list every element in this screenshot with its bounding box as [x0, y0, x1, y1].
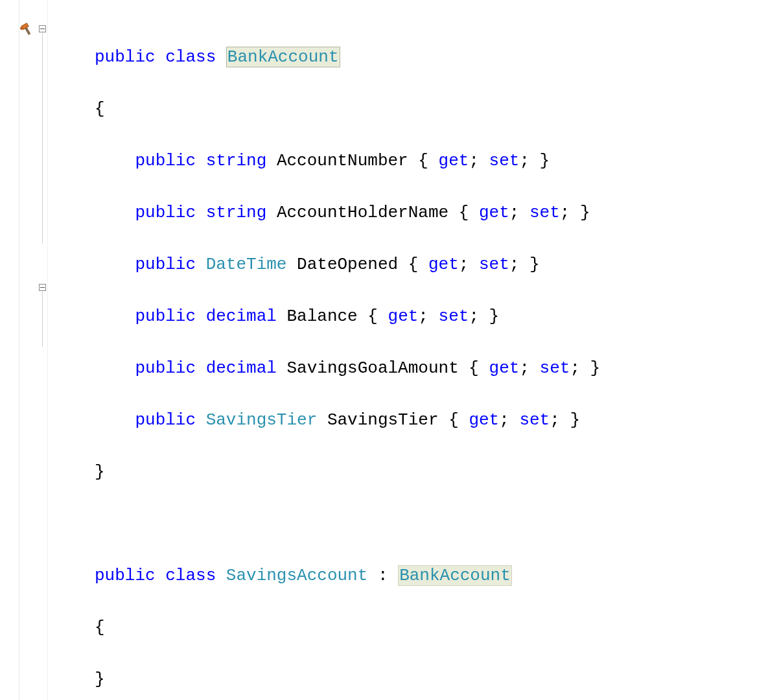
keyword: set — [479, 255, 509, 274]
fold-toggle-icon[interactable] — [39, 284, 46, 291]
left-margin — [0, 0, 19, 700]
keyword: get — [479, 203, 509, 222]
code-line[interactable]: } — [95, 666, 779, 692]
code-line[interactable]: { — [95, 614, 779, 640]
identifier: Balance — [286, 307, 357, 326]
keyword: public — [135, 255, 196, 274]
identifier: AccountHolderName — [277, 203, 448, 222]
type-name: DateTime — [206, 255, 287, 274]
code-line[interactable]: public string AccountHolderName { get; s… — [95, 200, 779, 226]
code-line[interactable]: } — [95, 459, 779, 485]
keyword: set — [529, 203, 560, 222]
keyword: get — [489, 358, 520, 378]
identifier: DateOpened — [297, 255, 398, 274]
keyword: set — [540, 358, 570, 378]
type-name: SavingsTier — [206, 410, 318, 430]
code-line[interactable]: public class SavingsAccount : BankAccoun… — [95, 563, 779, 589]
keyword: get — [428, 255, 459, 274]
code-line[interactable]: public decimal SavingsGoalAmount { get; … — [95, 355, 779, 381]
keyword: set — [519, 410, 550, 430]
code-line[interactable]: public string AccountNumber { get; set; … — [95, 148, 779, 174]
class-name-highlighted: BankAccount — [226, 47, 340, 67]
brace: { — [95, 618, 105, 637]
keyword: public — [95, 566, 156, 585]
icon-gutter — [19, 0, 38, 700]
keyword: get — [439, 151, 469, 170]
keyword: public — [135, 410, 196, 430]
type-keyword: string — [206, 151, 267, 170]
keyword: set — [439, 307, 469, 326]
keyword: set — [489, 151, 520, 170]
keyword: public — [135, 151, 196, 170]
base-class-highlighted: BankAccount — [398, 565, 512, 586]
code-editor[interactable]: public class BankAccount { public string… — [48, 0, 779, 700]
svg-rect-1 — [25, 28, 30, 35]
brace: { — [95, 99, 105, 119]
fold-guide-line — [42, 292, 43, 347]
identifier: SavingsGoalAmount — [286, 358, 458, 378]
keyword: public — [95, 47, 156, 67]
keyword: get — [469, 410, 499, 430]
code-line[interactable]: public decimal Balance { get; set; } — [95, 303, 779, 329]
type-keyword: decimal — [206, 307, 277, 326]
fold-guide-line — [42, 33, 43, 244]
keyword: class — [165, 566, 216, 585]
keyword: public — [135, 307, 196, 326]
brace: } — [95, 462, 105, 482]
keyword: public — [135, 358, 196, 378]
type-keyword: string — [206, 203, 267, 222]
colon: : — [378, 566, 388, 585]
fold-toggle-icon[interactable] — [39, 25, 46, 32]
code-line[interactable]: { — [95, 96, 779, 122]
brace: } — [95, 670, 105, 689]
code-line[interactable] — [95, 511, 779, 537]
refactor-hammer-icon[interactable] — [19, 22, 34, 36]
fold-gutter — [38, 0, 48, 700]
class-name: SavingsAccount — [226, 566, 367, 585]
identifier: AccountNumber — [277, 151, 408, 170]
keyword: public — [135, 203, 196, 222]
code-line[interactable]: public SavingsTier SavingsTier { get; se… — [95, 407, 779, 433]
code-line[interactable]: public class BankAccount — [95, 44, 779, 70]
keyword: class — [165, 47, 216, 67]
keyword: get — [388, 307, 419, 326]
identifier: SavingsTier — [327, 410, 439, 430]
type-keyword: decimal — [206, 358, 277, 378]
code-line[interactable]: public DateTime DateOpened { get; set; } — [95, 251, 779, 277]
